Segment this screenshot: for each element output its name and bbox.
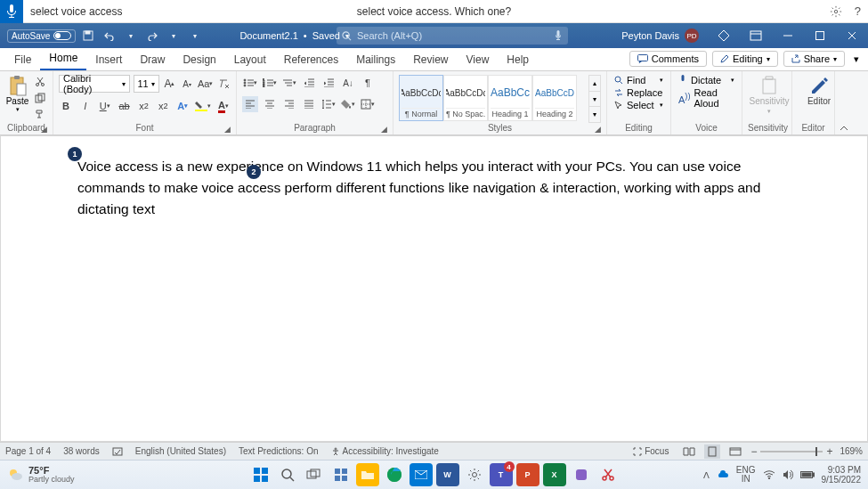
print-layout-button[interactable] — [704, 444, 720, 459]
dictate-button[interactable]: Dictate▾ — [677, 75, 736, 86]
tab-view[interactable]: View — [458, 50, 499, 70]
align-left-button[interactable] — [242, 96, 258, 112]
focus-mode-button[interactable]: Focus — [633, 446, 669, 456]
spellcheck-icon[interactable] — [112, 447, 123, 456]
align-center-button[interactable] — [262, 96, 278, 112]
replace-button[interactable]: Replace — [612, 87, 665, 98]
word-count[interactable]: 38 words — [63, 446, 100, 456]
autosave-toggle[interactable]: AutoSave — [7, 29, 76, 43]
collapse-ribbon-button[interactable] — [835, 71, 853, 134]
redo-icon[interactable] — [143, 27, 161, 45]
excel-icon[interactable]: X — [543, 463, 566, 486]
underline-button[interactable]: U▾ — [98, 98, 112, 114]
help-icon[interactable]: ? — [855, 4, 861, 18]
bullets-button[interactable]: ▾ — [242, 75, 258, 91]
close-button[interactable] — [836, 23, 868, 48]
editing-mode-button[interactable]: Editing ▾ — [712, 51, 778, 67]
accessibility-indicator[interactable]: Accessibility: Investigate — [331, 446, 439, 456]
web-layout-button[interactable] — [727, 444, 743, 459]
ribbon-mode-icon[interactable] — [740, 23, 772, 48]
onedrive-icon[interactable] — [717, 470, 729, 479]
teams-icon[interactable]: T4 — [490, 463, 513, 486]
find-button[interactable]: Find▾ — [612, 75, 665, 86]
language-indicator[interactable]: English (United States) — [135, 446, 226, 456]
numbering-button[interactable]: 123▾ — [262, 75, 278, 91]
voice-marker-2[interactable]: 2 — [247, 165, 261, 179]
mail-icon[interactable] — [410, 463, 433, 486]
volume-icon[interactable] — [783, 469, 793, 480]
read-aloud-button[interactable]: A))Read Aloud — [677, 87, 736, 109]
styles-gallery[interactable]: AaBbCcDc ¶ Normal AaBbCcDc ¶ No Spac... … — [399, 75, 585, 123]
comments-button[interactable]: Comments — [629, 51, 707, 67]
minimize-button[interactable] — [772, 23, 804, 48]
weather-icon[interactable] — [7, 467, 23, 483]
start-button[interactable] — [249, 463, 272, 486]
style-no-spacing[interactable]: AaBbCcDc ¶ No Spac... — [443, 75, 488, 121]
language-indicator-tray[interactable]: ENG IN — [736, 466, 756, 484]
wifi-icon[interactable] — [763, 470, 775, 479]
qat-dropdown-icon[interactable]: ▾ — [122, 27, 140, 45]
clear-formatting-button[interactable] — [216, 76, 231, 92]
select-button[interactable]: Select▾ — [612, 100, 665, 110]
tray-chevron-icon[interactable]: ᐱ — [703, 470, 710, 480]
paste-button[interactable]: Paste ▾ — [5, 75, 29, 113]
qat-dropdown-icon[interactable]: ▾ — [165, 27, 183, 45]
justify-button[interactable] — [301, 96, 317, 112]
gallery-down-icon[interactable]: ▾ — [589, 91, 600, 107]
shrink-font-button[interactable]: A▾ — [180, 76, 194, 92]
microphone-icon[interactable] — [0, 0, 23, 23]
gallery-up-icon[interactable]: ▴ — [589, 76, 600, 91]
gallery-more-icon[interactable]: ▾ — [589, 106, 600, 122]
task-view-button[interactable] — [303, 463, 326, 486]
edge-icon[interactable] — [383, 463, 406, 486]
tab-help[interactable]: Help — [498, 50, 538, 70]
bold-button[interactable]: B — [59, 98, 73, 114]
grow-font-button[interactable]: A▴ — [163, 76, 177, 92]
clock-tray[interactable]: 9:03 PM 9/15/2022 — [822, 465, 862, 485]
save-icon[interactable] — [79, 27, 97, 45]
undo-icon[interactable] — [101, 27, 118, 45]
tab-layout[interactable]: Layout — [225, 50, 275, 70]
search-box[interactable]: Search (Alt+Q) — [337, 27, 568, 45]
clipchamp-icon[interactable] — [570, 463, 593, 486]
zoom-out-button[interactable]: − — [750, 445, 757, 458]
voice-marker-1[interactable]: 1 — [68, 147, 82, 161]
shading-button[interactable]: ▾ — [340, 96, 356, 112]
strikethrough-button[interactable]: ab — [118, 98, 132, 114]
tab-design[interactable]: Design — [174, 50, 224, 70]
multilevel-list-button[interactable]: ▾ — [281, 75, 297, 91]
document-title[interactable]: Document2.1 • Saved ▾ — [239, 30, 349, 41]
maximize-button[interactable] — [804, 23, 836, 48]
share-button[interactable]: Share ▾ — [783, 51, 845, 67]
search-mic-icon[interactable] — [554, 30, 563, 41]
powerpoint-icon[interactable]: P — [516, 463, 539, 486]
highlight-button[interactable]: ▾ — [195, 98, 211, 114]
tab-draw[interactable]: Draw — [131, 50, 174, 70]
copy-button[interactable] — [33, 91, 47, 105]
file-explorer-icon[interactable] — [356, 463, 379, 486]
settings-taskbar-icon[interactable] — [463, 463, 486, 486]
style-normal[interactable]: AaBbCcDc ¶ Normal — [399, 75, 443, 121]
dialog-launcher-icon[interactable]: ◢ — [381, 125, 387, 134]
tab-insert[interactable]: Insert — [86, 50, 131, 70]
style-heading1[interactable]: AaBbCc Heading 1 — [488, 75, 532, 121]
editor-button[interactable]: Editor — [798, 75, 840, 106]
subscript-button[interactable]: x2 — [137, 98, 151, 114]
battery-icon[interactable] — [800, 471, 815, 478]
document-canvas[interactable]: 1 2 Voice access is a new experience on … — [0, 135, 868, 442]
zoom-slider[interactable]: − + — [750, 445, 832, 458]
document-body-text[interactable]: Voice access is a new experience on Wind… — [1, 136, 867, 220]
borders-button[interactable]: ▾ — [360, 96, 376, 112]
search-taskbar-button[interactable] — [276, 463, 299, 486]
widgets-button[interactable] — [329, 463, 353, 486]
weather-widget[interactable]: 75°F Partly cloudy — [28, 466, 75, 484]
sort-button[interactable]: A↓ — [340, 75, 356, 91]
tab-file[interactable]: File — [5, 50, 40, 70]
change-case-button[interactable]: Aa▾ — [198, 76, 213, 92]
page-indicator[interactable]: Page 1 of 4 — [5, 446, 51, 456]
account-button[interactable]: Peyton Davis PD — [612, 29, 708, 43]
format-painter-button[interactable] — [33, 107, 47, 121]
qat-customize-icon[interactable]: ▾ — [186, 27, 204, 45]
font-color-button[interactable]: A▾ — [216, 98, 231, 114]
dialog-launcher-icon[interactable]: ◢ — [41, 125, 47, 134]
